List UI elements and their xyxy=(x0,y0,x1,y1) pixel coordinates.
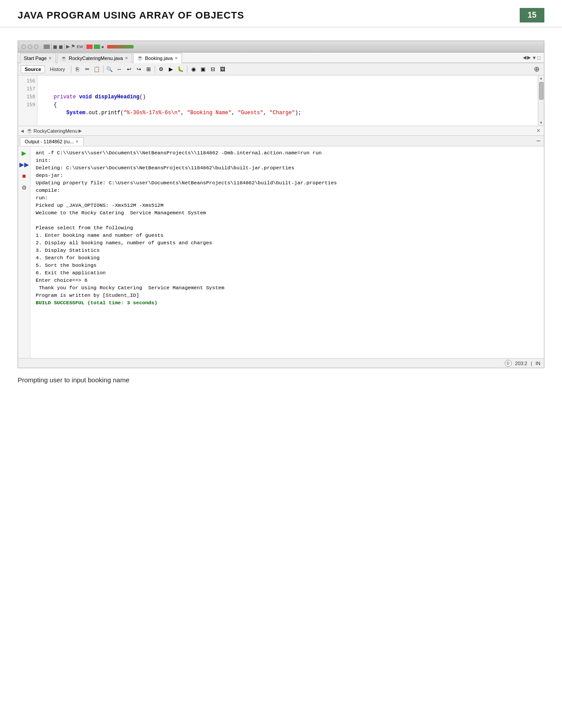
breadcrumb-icon: ☕ xyxy=(26,128,33,134)
toolbar-btn-copy[interactable]: ⎘ xyxy=(73,65,82,74)
tab-start-page-label: Start Page xyxy=(24,56,47,61)
output-tab[interactable]: Output - 1184862 (ru... ✕ xyxy=(20,137,84,146)
page-header: JAVA PROGRAM USING ARRAY OF OBJECTS 15 xyxy=(0,0,562,27)
scroll-left-btn[interactable]: ◀ xyxy=(20,129,25,133)
output-tab-bar: Output - 1184862 (ru... ✕ − xyxy=(18,136,544,146)
toolbar-btn-format[interactable]: ⚙ xyxy=(157,65,166,74)
output-tab-close[interactable]: ✕ xyxy=(75,139,79,144)
toolbar-btn-toggle[interactable]: ⊞ xyxy=(144,65,153,74)
tab-booking-label: Booking.java xyxy=(145,56,173,61)
toolbar-icon-5: ⚑ xyxy=(71,44,75,49)
scroll-down-arrow[interactable]: ▼ xyxy=(540,121,543,125)
tab-start-page-close[interactable]: ✕ xyxy=(48,56,52,60)
tab-rockycateringmenu-label: RockyCateringMenu.java xyxy=(69,56,123,61)
line-num-158: 158 xyxy=(20,93,35,101)
toolbar-btn-debug[interactable]: 🐛 xyxy=(176,65,185,74)
tab-booking-close[interactable]: ✕ xyxy=(175,56,178,60)
window-maximize-btn[interactable] xyxy=(34,45,38,49)
caption: Prompting user to input booking name xyxy=(18,376,544,384)
output-run-btn[interactable]: ▶ xyxy=(20,149,28,157)
toolbar-sep-2 xyxy=(64,44,65,50)
toolbar-sep-1 xyxy=(51,44,52,50)
java-icon-2: ☕ xyxy=(137,55,143,61)
toolbar-icon-8 xyxy=(94,45,100,49)
toolbar-btn-replace[interactable]: ↔ xyxy=(115,65,124,74)
toolbar-icon-9: ● xyxy=(101,44,104,49)
status-sep: | xyxy=(531,361,532,366)
page-number: 15 xyxy=(520,8,544,22)
toolbar-sep-4 xyxy=(107,45,134,49)
window-close-btn[interactable] xyxy=(22,45,26,49)
toolbar-add-button[interactable]: ⊕ xyxy=(532,65,541,73)
toolbar-btn-redo[interactable]: ↪ xyxy=(134,65,143,74)
tab-rockycateringmenu[interactable]: ☕ RockyCateringMenu.java ✕ xyxy=(57,53,132,63)
tab-restore[interactable]: □ xyxy=(537,55,540,60)
tab-nav-next[interactable]: ▶ xyxy=(527,55,531,60)
scroll-thumb[interactable] xyxy=(539,82,543,100)
line-num-157: 157 xyxy=(20,85,35,93)
tab-bar-right: ◀ ▶ ▼ □ xyxy=(521,52,542,63)
line-157-code: private void displayHeading() xyxy=(41,94,146,100)
tab-nav-prev[interactable]: ◀ xyxy=(523,55,526,60)
output-minimize-btn[interactable]: − xyxy=(535,137,542,145)
toolbar-btn-picture[interactable]: 🖼 xyxy=(218,65,227,74)
toolbar-icon-3: ◼ xyxy=(59,44,63,50)
line-num-159: 159 xyxy=(20,101,35,109)
editor-gutter: 156 157 158 159 xyxy=(18,75,37,126)
toolbar-btn-paste[interactable]: 📋 xyxy=(93,65,101,74)
tab-dropdown[interactable]: ▼ xyxy=(532,55,536,60)
code-editor: 156 157 158 159 private void displayHead… xyxy=(18,75,544,126)
editor-footer: ◀ ☕ RockyCateringMenu ▶ ✕ xyxy=(18,126,544,136)
ide-titlebar: ◼ ◼ ▶ ⚑ EW ● xyxy=(18,41,544,52)
tab-rockycateringmenu-close[interactable]: ✕ xyxy=(125,56,128,60)
breadcrumb-label: RockyCateringMenu xyxy=(33,128,78,134)
toolbar-icon-6: EW xyxy=(77,45,83,49)
toolbar-icon-1 xyxy=(44,45,50,49)
tab-booking[interactable]: ☕ Booking.java ✕ xyxy=(133,53,182,63)
line-num-156: 156 xyxy=(20,77,35,85)
java-icon-1: ☕ xyxy=(61,56,67,61)
breadcrumb-arrow: ▶ xyxy=(78,128,82,133)
ide-tab-bar: Start Page ✕ ☕ RockyCateringMenu.java ✕ … xyxy=(18,52,544,63)
line-158-code: { xyxy=(41,102,57,108)
toolbar-divider-2 xyxy=(103,66,104,73)
breadcrumb: ☕ RockyCateringMenu ▶ xyxy=(25,128,535,134)
line-159-code: System.out.printf("%-30s%-17s%-6s\n", "B… xyxy=(41,110,301,116)
page-title: JAVA PROGRAM USING ARRAY OF OBJECTS xyxy=(18,10,244,21)
toolbar-icon-7 xyxy=(86,45,93,49)
toolbar-btn-search[interactable]: 🔍 xyxy=(105,65,114,74)
toolbar-icon-4: ▶ xyxy=(66,44,70,49)
status-mode: IN xyxy=(536,361,540,366)
output-sidebar: ▶ ▶▶ ■ ⚙ xyxy=(18,146,30,358)
history-tab[interactable]: History xyxy=(46,65,69,73)
output-rerun-btn[interactable]: ▶▶ xyxy=(20,161,28,168)
toolbar-divider-3 xyxy=(155,66,155,73)
ide-statusbar: ① 203:2 | IN xyxy=(18,358,544,368)
output-settings-btn[interactable]: ⚙ xyxy=(20,183,28,191)
tab-start-page[interactable]: Start Page ✕ xyxy=(20,53,56,63)
toolbar-btn-undo[interactable]: ↩ xyxy=(125,65,134,74)
toolbar-icon-2: ◼ xyxy=(53,44,57,50)
ide-toolbar: Source History ⎘ ✂ 📋 🔍 ↔ ↩ ↪ ⊞ ⚙ ▶ 🐛 ◉ ▣… xyxy=(18,63,544,75)
toolbar-divider-4 xyxy=(187,66,187,73)
output-content: ▶ ▶▶ ■ ⚙ ant -f C:\\Users\\user\\Documen… xyxy=(18,146,544,358)
editor-panel-close[interactable]: ✕ xyxy=(535,128,542,134)
ide-window: ◼ ◼ ▶ ⚑ EW ● Start Page ✕ ☕ RockyCaterin… xyxy=(18,41,544,368)
window-minimize-btn[interactable] xyxy=(28,45,32,49)
output-panel: Output - 1184862 (ru... ✕ − ▶ ▶▶ ■ ⚙ ant… xyxy=(18,136,544,368)
output-stop-btn[interactable]: ■ xyxy=(20,172,28,180)
status-position: 203:2 xyxy=(515,361,528,366)
toolbar-btn-bookmark[interactable]: ◉ xyxy=(189,65,198,74)
output-tab-label: Output - 1184862 (ru... xyxy=(25,139,74,144)
editor-code[interactable]: private void displayHeading() { System.o… xyxy=(37,75,538,126)
toolbar-btn-tasks[interactable]: ▣ xyxy=(199,65,208,74)
editor-scrollbar-v[interactable]: ▲ ▼ xyxy=(538,75,544,126)
toolbar-btn-diff[interactable]: ⊟ xyxy=(208,65,217,74)
status-circle: ① xyxy=(505,360,512,367)
toolbar-btn-run[interactable]: ▶ xyxy=(167,65,175,74)
scroll-up-arrow[interactable]: ▲ xyxy=(540,76,543,80)
toolbar-sep-3 xyxy=(85,44,85,50)
toolbar-btn-cut[interactable]: ✂ xyxy=(83,65,92,74)
output-text: ant -f C:\\Users\\user\\Documents\\NetBe… xyxy=(30,146,544,358)
source-tab[interactable]: Source xyxy=(21,65,45,73)
